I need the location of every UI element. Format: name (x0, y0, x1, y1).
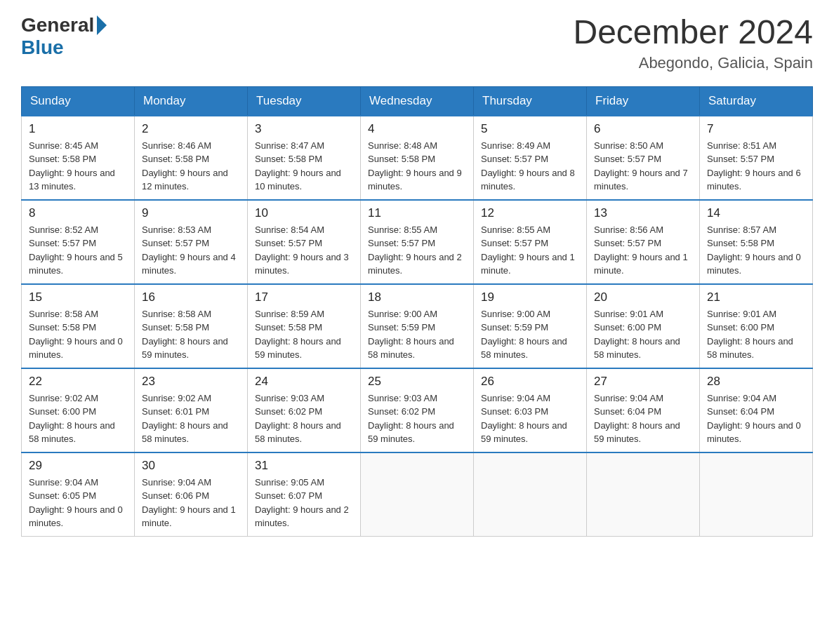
day-cell-26: 26Sunrise: 9:04 AMSunset: 6:03 PMDayligh… (474, 368, 587, 452)
day-cell-5: 5Sunrise: 8:49 AMSunset: 5:57 PMDaylight… (474, 116, 587, 200)
logo-arrow-icon (97, 15, 107, 35)
day-cell-15: 15Sunrise: 8:58 AMSunset: 5:58 PMDayligh… (22, 284, 135, 368)
day-number: 24 (255, 375, 353, 389)
day-info: Sunrise: 9:03 AMSunset: 6:02 PMDaylight:… (255, 391, 353, 446)
day-number: 19 (481, 290, 579, 304)
header-day-wednesday: Wednesday (361, 86, 474, 116)
day-number: 16 (142, 290, 240, 304)
day-cell-13: 13Sunrise: 8:56 AMSunset: 5:57 PMDayligh… (587, 200, 700, 284)
day-number: 10 (255, 206, 353, 220)
day-info: Sunrise: 8:53 AMSunset: 5:57 PMDaylight:… (142, 223, 240, 278)
day-number: 22 (29, 375, 127, 389)
week-row-1: 1Sunrise: 8:45 AMSunset: 5:58 PMDaylight… (22, 116, 813, 200)
day-cell-20: 20Sunrise: 9:01 AMSunset: 6:00 PMDayligh… (587, 284, 700, 368)
header-day-tuesday: Tuesday (248, 86, 361, 116)
day-number: 21 (707, 290, 805, 304)
day-cell-21: 21Sunrise: 9:01 AMSunset: 6:00 PMDayligh… (700, 284, 813, 368)
day-info: Sunrise: 8:58 AMSunset: 5:58 PMDaylight:… (29, 307, 127, 362)
header-day-monday: Monday (135, 86, 248, 116)
day-number: 28 (707, 375, 805, 389)
day-number: 15 (29, 290, 127, 304)
day-info: Sunrise: 9:00 AMSunset: 5:59 PMDaylight:… (368, 307, 466, 362)
day-cell-2: 2Sunrise: 8:46 AMSunset: 5:58 PMDaylight… (135, 116, 248, 200)
day-info: Sunrise: 9:02 AMSunset: 6:01 PMDaylight:… (142, 391, 240, 446)
day-info: Sunrise: 8:45 AMSunset: 5:58 PMDaylight:… (29, 139, 127, 194)
page-header: General Blue December 2024 Abegondo, Gal… (21, 14, 813, 72)
day-number: 20 (594, 290, 692, 304)
logo-general-text: General (21, 14, 94, 36)
header-day-saturday: Saturday (700, 86, 813, 116)
day-number: 12 (481, 206, 579, 220)
day-number: 30 (142, 459, 240, 473)
day-number: 1 (29, 122, 127, 136)
day-cell-25: 25Sunrise: 9:03 AMSunset: 6:02 PMDayligh… (361, 368, 474, 452)
day-cell-11: 11Sunrise: 8:55 AMSunset: 5:57 PMDayligh… (361, 200, 474, 284)
day-cell-22: 22Sunrise: 9:02 AMSunset: 6:00 PMDayligh… (22, 368, 135, 452)
day-number: 26 (481, 375, 579, 389)
empty-cell (587, 452, 700, 537)
week-row-2: 8Sunrise: 8:52 AMSunset: 5:57 PMDaylight… (22, 200, 813, 284)
day-info: Sunrise: 8:52 AMSunset: 5:57 PMDaylight:… (29, 223, 127, 278)
day-info: Sunrise: 9:03 AMSunset: 6:02 PMDaylight:… (368, 391, 466, 446)
day-info: Sunrise: 8:59 AMSunset: 5:58 PMDaylight:… (255, 307, 353, 362)
day-number: 23 (142, 375, 240, 389)
day-number: 29 (29, 459, 127, 473)
day-info: Sunrise: 9:04 AMSunset: 6:06 PMDaylight:… (142, 476, 240, 530)
day-info: Sunrise: 9:04 AMSunset: 6:05 PMDaylight:… (29, 476, 127, 530)
day-cell-23: 23Sunrise: 9:02 AMSunset: 6:01 PMDayligh… (135, 368, 248, 452)
day-info: Sunrise: 8:55 AMSunset: 5:57 PMDaylight:… (481, 223, 579, 278)
day-cell-9: 9Sunrise: 8:53 AMSunset: 5:57 PMDaylight… (135, 200, 248, 284)
calendar-table: SundayMondayTuesdayWednesdayThursdayFrid… (21, 86, 813, 537)
day-cell-29: 29Sunrise: 9:04 AMSunset: 6:05 PMDayligh… (22, 452, 135, 537)
empty-cell (361, 452, 474, 537)
day-number: 7 (707, 122, 805, 136)
day-info: Sunrise: 9:05 AMSunset: 6:07 PMDaylight:… (255, 476, 353, 530)
day-number: 18 (368, 290, 466, 304)
header-day-friday: Friday (587, 86, 700, 116)
week-row-3: 15Sunrise: 8:58 AMSunset: 5:58 PMDayligh… (22, 284, 813, 368)
day-cell-12: 12Sunrise: 8:55 AMSunset: 5:57 PMDayligh… (474, 200, 587, 284)
day-number: 8 (29, 206, 127, 220)
day-number: 27 (594, 375, 692, 389)
day-info: Sunrise: 8:54 AMSunset: 5:57 PMDaylight:… (255, 223, 353, 278)
day-cell-8: 8Sunrise: 8:52 AMSunset: 5:57 PMDaylight… (22, 200, 135, 284)
day-cell-10: 10Sunrise: 8:54 AMSunset: 5:57 PMDayligh… (248, 200, 361, 284)
day-number: 3 (255, 122, 353, 136)
day-info: Sunrise: 8:58 AMSunset: 5:58 PMDaylight:… (142, 307, 240, 362)
day-number: 17 (255, 290, 353, 304)
location-title: Abegondo, Galicia, Spain (573, 54, 813, 72)
day-cell-4: 4Sunrise: 8:48 AMSunset: 5:58 PMDaylight… (361, 116, 474, 200)
header-day-sunday: Sunday (22, 86, 135, 116)
day-cell-3: 3Sunrise: 8:47 AMSunset: 5:58 PMDaylight… (248, 116, 361, 200)
day-cell-18: 18Sunrise: 9:00 AMSunset: 5:59 PMDayligh… (361, 284, 474, 368)
empty-cell (700, 452, 813, 537)
day-cell-24: 24Sunrise: 9:03 AMSunset: 6:02 PMDayligh… (248, 368, 361, 452)
day-info: Sunrise: 9:01 AMSunset: 6:00 PMDaylight:… (707, 307, 805, 362)
day-cell-6: 6Sunrise: 8:50 AMSunset: 5:57 PMDaylight… (587, 116, 700, 200)
week-row-4: 22Sunrise: 9:02 AMSunset: 6:00 PMDayligh… (22, 368, 813, 452)
day-number: 14 (707, 206, 805, 220)
day-cell-28: 28Sunrise: 9:04 AMSunset: 6:04 PMDayligh… (700, 368, 813, 452)
logo: General Blue (21, 14, 107, 59)
day-info: Sunrise: 8:56 AMSunset: 5:57 PMDaylight:… (594, 223, 692, 278)
day-info: Sunrise: 8:47 AMSunset: 5:58 PMDaylight:… (255, 139, 353, 194)
week-row-5: 29Sunrise: 9:04 AMSunset: 6:05 PMDayligh… (22, 452, 813, 537)
day-cell-31: 31Sunrise: 9:05 AMSunset: 6:07 PMDayligh… (248, 452, 361, 537)
day-info: Sunrise: 8:57 AMSunset: 5:58 PMDaylight:… (707, 223, 805, 278)
day-number: 2 (142, 122, 240, 136)
day-info: Sunrise: 8:48 AMSunset: 5:58 PMDaylight:… (368, 139, 466, 194)
day-info: Sunrise: 9:04 AMSunset: 6:03 PMDaylight:… (481, 391, 579, 446)
logo-general: General (21, 14, 107, 36)
title-section: December 2024 Abegondo, Galicia, Spain (573, 14, 813, 72)
day-number: 5 (481, 122, 579, 136)
day-info: Sunrise: 8:51 AMSunset: 5:57 PMDaylight:… (707, 139, 805, 194)
day-number: 11 (368, 206, 466, 220)
day-cell-16: 16Sunrise: 8:58 AMSunset: 5:58 PMDayligh… (135, 284, 248, 368)
logo-blue-text: Blue (21, 36, 64, 59)
day-cell-30: 30Sunrise: 9:04 AMSunset: 6:06 PMDayligh… (135, 452, 248, 537)
day-number: 6 (594, 122, 692, 136)
day-info: Sunrise: 9:01 AMSunset: 6:00 PMDaylight:… (594, 307, 692, 362)
day-info: Sunrise: 8:49 AMSunset: 5:57 PMDaylight:… (481, 139, 579, 194)
day-info: Sunrise: 9:00 AMSunset: 5:59 PMDaylight:… (481, 307, 579, 362)
day-number: 25 (368, 375, 466, 389)
